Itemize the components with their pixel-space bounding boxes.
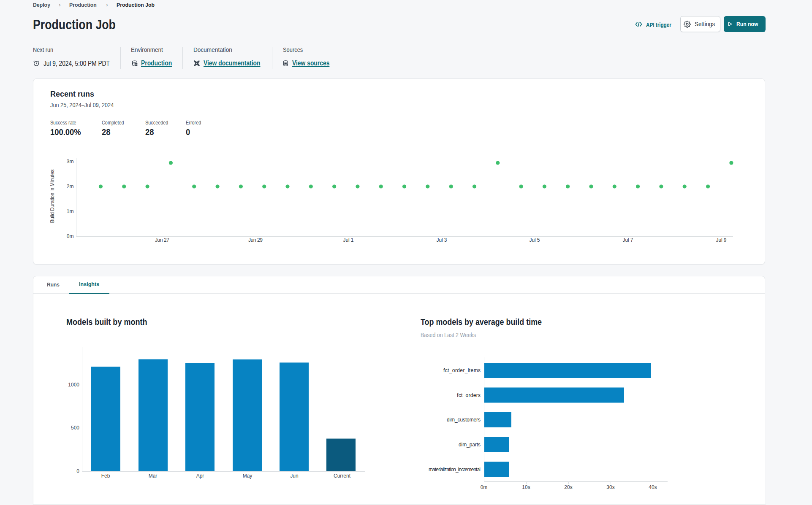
svg-text:0m: 0m: [67, 233, 74, 239]
svg-text:Jun: Jun: [290, 473, 298, 479]
svg-text:Jul 1: Jul 1: [343, 237, 354, 243]
svg-text:materialization_incremental: materialization_incremental: [429, 467, 481, 473]
svg-text:Jul 5: Jul 5: [530, 237, 540, 243]
svg-text:Build Duration in Minutes: Build Duration in Minutes: [49, 170, 55, 223]
svg-text:2m: 2m: [67, 184, 74, 189]
svg-text:dim_customers: dim_customers: [447, 417, 481, 423]
svg-text:30s: 30s: [606, 484, 614, 490]
svg-text:0m: 0m: [481, 484, 488, 490]
svg-text:1m: 1m: [67, 208, 74, 214]
svg-text:1000: 1000: [68, 382, 79, 388]
svg-text:Mar: Mar: [149, 473, 158, 479]
svg-text:Apr: Apr: [196, 473, 204, 479]
svg-text:May: May: [243, 473, 253, 479]
svg-text:Jul 3: Jul 3: [437, 237, 447, 243]
svg-text:3m: 3m: [67, 159, 74, 165]
svg-text:Jun 27: Jun 27: [155, 237, 169, 243]
svg-text:10s: 10s: [522, 484, 530, 490]
svg-text:Current: Current: [334, 473, 351, 479]
svg-text:Feb: Feb: [101, 473, 110, 479]
svg-text:40s: 40s: [649, 484, 657, 490]
svg-text:0: 0: [76, 468, 79, 474]
svg-text:fct_orders: fct_orders: [457, 392, 481, 398]
svg-text:500: 500: [71, 425, 79, 431]
svg-text:fct_order_items: fct_order_items: [443, 367, 481, 373]
svg-text:20s: 20s: [564, 484, 572, 490]
svg-text:dim_parts: dim_parts: [459, 442, 481, 448]
svg-text:Jul 7: Jul 7: [623, 237, 633, 243]
svg-text:Jul 9: Jul 9: [716, 237, 727, 243]
svg-text:Jun 29: Jun 29: [248, 237, 263, 243]
